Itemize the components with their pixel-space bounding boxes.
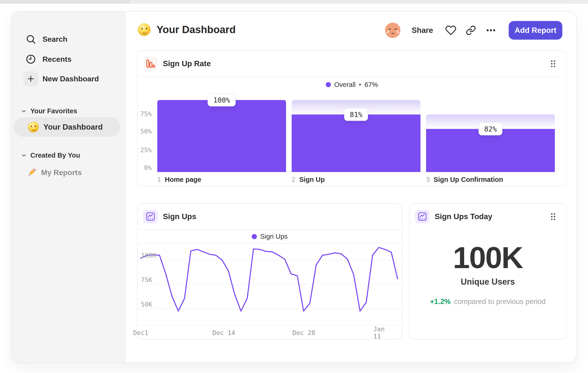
heart-icon — [445, 25, 456, 36]
sidebar-item-recents[interactable]: Recents — [23, 52, 72, 67]
sidebar-item-label: New Dashboard — [42, 75, 99, 83]
sidebar: Search Recents New Dashboard Your Favori… — [12, 12, 126, 362]
stat-delta-row: +1.2% compared to previous period — [430, 297, 546, 306]
x-tick: Jan 11 — [373, 325, 392, 340]
topbar-actions: Share Add Report — [385, 21, 562, 40]
legend-separator: • — [359, 81, 361, 89]
y-tick: 50K — [141, 301, 152, 308]
bar-value-tooltip: 81% — [344, 108, 368, 121]
funnel-columns: 100% 81% 82% — [157, 100, 555, 172]
smiley-emoji-icon — [28, 122, 39, 132]
sign-ups-line-chart[interactable]: 100K 75K 50K — [138, 244, 402, 325]
page-header: Your Dashboard — [138, 23, 236, 36]
main-content: Your Dashboard Share — [126, 12, 576, 362]
chevron-down-icon — [21, 153, 27, 158]
sidebar-item-new-dashboard[interactable]: New Dashboard — [23, 71, 99, 86]
legend-dot — [252, 234, 257, 239]
funnel-bar-home-page[interactable]: 100% — [157, 100, 286, 172]
x-tick: Dec 28 — [292, 329, 315, 336]
card-header: Sign Ups Today — [410, 204, 566, 229]
sidebar-item-label: Recents — [42, 55, 72, 64]
y-tick: 100K — [141, 252, 156, 259]
line-chart-icon — [143, 210, 158, 223]
line-legend: Sign Ups — [138, 230, 402, 243]
drag-handle-icon[interactable] — [548, 58, 558, 69]
sidebar-item-your-dashboard[interactable]: Your Dashboard — [13, 117, 120, 137]
sidebar-section-your-favorites[interactable]: Your Favorites — [21, 107, 77, 115]
sign-up-rate-card: Sign Up Rate Overall • 67% 75% — [137, 50, 567, 187]
y-tick: 75K — [141, 276, 152, 283]
funnel-step-labels: 1 Home page 2 Sign Up 3 Sign Up Confirma… — [157, 172, 555, 183]
add-report-button[interactable]: Add Report — [509, 21, 562, 40]
link-icon — [466, 25, 476, 35]
search-icon — [23, 32, 38, 47]
line-chart-svg — [138, 244, 402, 325]
legend-series: Overall — [334, 81, 356, 89]
sidebar-section-label: Your Favorites — [30, 107, 77, 115]
sidebar-item-label: My Reports — [41, 168, 82, 177]
delta-caption: compared to previous period — [454, 297, 546, 306]
window-chrome-strip-left — [0, 0, 131, 4]
stat-body: 100K Unique Users +1.2% compared to prev… — [410, 229, 566, 306]
x-tick: Dec1 — [133, 329, 148, 336]
y-tick: 0% — [144, 164, 152, 171]
sign-ups-card: Sign Ups Sign Ups 100K 75K 50K — [137, 203, 402, 340]
funnel-step-label: 1 Home page — [157, 176, 286, 183]
card-title: Sign Ups Today — [435, 212, 548, 221]
delta-badge: +1.2% — [430, 297, 451, 306]
legend-dot — [326, 82, 331, 87]
plus-icon — [23, 71, 38, 86]
funnel-solid-segment — [157, 100, 286, 172]
x-tick: Dec 14 — [212, 329, 235, 336]
copy-link-button[interactable] — [463, 23, 478, 38]
signups-line — [141, 247, 398, 311]
bar-value-tooltip: 82% — [479, 122, 502, 135]
sidebar-item-search[interactable]: Search — [23, 32, 67, 47]
line-chart-icon — [415, 210, 430, 223]
sidebar-section-created-by-you[interactable]: Created By You — [21, 151, 80, 159]
ellipsis-icon — [485, 25, 496, 36]
funnel-bar-sign-up-confirmation[interactable]: 82% — [426, 100, 555, 172]
card-header: Sign Up Rate — [138, 51, 566, 76]
clock-icon — [23, 52, 38, 67]
share-button[interactable]: Share — [412, 26, 433, 35]
sidebar-item-my-reports[interactable]: My Reports — [27, 167, 82, 178]
funnel-bar-sign-up[interactable]: 81% — [292, 100, 420, 172]
stat-value: 100K — [453, 240, 523, 275]
bar-chart-icon — [143, 57, 158, 71]
sidebar-item-label: Your Dashboard — [43, 123, 103, 131]
card-title: Sign Up Rate — [163, 59, 548, 68]
app-window: Search Recents New Dashboard Your Favori… — [11, 11, 577, 363]
page-title: Your Dashboard — [157, 24, 236, 35]
y-tick: 50% — [140, 128, 152, 135]
more-options-button[interactable] — [483, 23, 498, 38]
sign-ups-today-card: Sign Ups Today 100K Unique Users +1.2% c… — [409, 203, 567, 340]
smiley-emoji-icon — [138, 23, 150, 36]
chevron-down-icon — [21, 108, 27, 114]
y-tick: 75% — [140, 110, 152, 118]
avatar[interactable] — [385, 23, 400, 38]
funnel-legend: Overall • 67% — [138, 77, 566, 92]
drag-handle-icon[interactable] — [548, 211, 558, 222]
legend-overall-value: 67% — [365, 81, 378, 89]
funnel-step-label: 2 Sign Up — [292, 176, 420, 183]
stat-caption: Unique Users — [461, 277, 515, 287]
pencil-icon — [27, 167, 37, 178]
legend-series: Sign Ups — [260, 233, 288, 240]
favorite-button[interactable] — [443, 23, 458, 38]
funnel-solid-segment — [292, 114, 420, 172]
bar-value-tooltip: 100% — [208, 94, 236, 107]
y-tick: 25% — [140, 146, 152, 154]
funnel-solid-segment — [426, 129, 555, 172]
card-title: Sign Ups — [163, 212, 393, 221]
sidebar-item-label: Search — [42, 35, 67, 44]
line-x-axis: Dec1 Dec 14 Dec 28 Jan 11 — [138, 325, 402, 340]
card-header: Sign Ups — [138, 204, 402, 229]
funnel-y-axis: 75% 50% 25% 0% — [140, 100, 152, 172]
funnel-chart: 75% 50% 25% 0% 100% 81% — [138, 100, 566, 172]
sidebar-section-label: Created By You — [30, 151, 80, 159]
funnel-step-label: 3 Sign Up Confirmation — [426, 176, 555, 183]
